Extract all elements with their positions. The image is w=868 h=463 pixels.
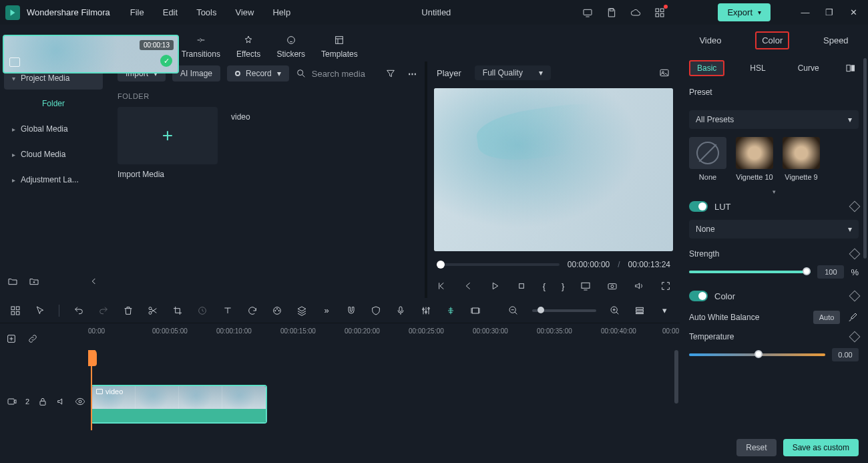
save-icon[interactable] (606, 7, 618, 19)
crop-icon[interactable] (172, 305, 184, 317)
zoom-slider[interactable] (532, 309, 596, 312)
play-icon[interactable] (489, 280, 500, 292)
export-button[interactable]: Export ▾ (718, 3, 771, 21)
import-media-card[interactable]: + Import Media (118, 107, 218, 179)
subtab-curves[interactable]: Curve (791, 61, 826, 75)
screen-icon[interactable] (582, 7, 594, 19)
redo-icon[interactable] (97, 305, 109, 317)
auto-button[interactable]: Auto (813, 311, 840, 324)
camera-icon[interactable] (607, 280, 618, 292)
collapse-sidebar-icon[interactable] (88, 275, 100, 287)
window-minimize[interactable]: — (796, 7, 815, 17)
panel-scrollbar[interactable] (863, 58, 867, 259)
temperature-value[interactable]: 0.00 (832, 348, 859, 361)
speed-icon[interactable] (197, 305, 208, 317)
trash-icon[interactable] (122, 305, 134, 317)
strength-slider[interactable] (689, 271, 811, 273)
keyframe-icon[interactable] (849, 201, 861, 212)
text-icon[interactable] (222, 305, 233, 317)
prev-frame-icon[interactable] (436, 280, 447, 292)
more-arrow-icon[interactable]: » (320, 305, 332, 317)
lock-icon[interactable] (37, 396, 48, 408)
temperature-slider[interactable] (689, 353, 825, 356)
color-icon[interactable] (271, 305, 282, 317)
save-custom-button[interactable]: Save as custom (783, 439, 859, 456)
video-track-icon[interactable] (7, 396, 17, 408)
view-mode-icon[interactable] (634, 305, 646, 317)
lut-toggle[interactable] (689, 201, 708, 212)
search-input[interactable]: Search media (296, 68, 378, 79)
apps-icon[interactable] (654, 7, 666, 19)
tab-templates[interactable]: Templates (321, 33, 358, 59)
timeline-tracks[interactable]: video (88, 350, 680, 430)
window-maximize[interactable]: ❐ (820, 7, 839, 17)
preview-viewport[interactable] (434, 88, 673, 251)
fullscreen-icon[interactable] (660, 280, 671, 292)
new-folder-icon[interactable] (7, 275, 19, 287)
tab-stickers[interactable]: Stickers (276, 33, 305, 59)
timeline-scrollbar[interactable] (674, 350, 678, 404)
subtab-basic[interactable]: Basic (689, 60, 724, 76)
shield-icon[interactable] (371, 305, 382, 317)
link-icon[interactable] (27, 333, 39, 345)
tv-icon[interactable] (580, 280, 591, 292)
layer-icon[interactable] (296, 305, 307, 317)
tab-video[interactable]: Video (694, 33, 726, 48)
preset-expand[interactable]: ▾ (680, 188, 868, 196)
lut-select[interactable]: None▾ (689, 220, 859, 239)
menu-view[interactable]: View (235, 7, 254, 17)
media-clip-card[interactable]: 00:00:13 ✓ video (231, 107, 331, 179)
sidebar-cloud-media[interactable]: ▸Cloud Media (4, 143, 103, 166)
undo-icon[interactable] (73, 305, 84, 317)
timeline-ruler[interactable]: 00:00 00:00:05:00 00:00:10:00 00:00:15:0… (88, 323, 680, 346)
tab-effects[interactable]: Effects (236, 33, 260, 59)
timeline-clip[interactable]: video (91, 385, 267, 424)
grid-icon[interactable] (9, 305, 21, 317)
sidebar-global-media[interactable]: ▸Global Media (4, 118, 103, 140)
rotate-icon[interactable] (246, 305, 258, 317)
playhead[interactable] (91, 350, 92, 430)
ai-image-button[interactable]: AI Image (172, 65, 220, 82)
mixer-icon[interactable] (420, 305, 431, 317)
volume-icon[interactable] (634, 280, 644, 292)
menu-help[interactable]: Help (272, 7, 290, 17)
tab-color[interactable]: Color (755, 31, 789, 49)
preset-vignette-10[interactable]: Vignette 10 (736, 137, 773, 181)
eyedropper-icon[interactable] (847, 311, 859, 323)
window-close[interactable]: ✕ (844, 7, 863, 17)
cloud-icon[interactable] (630, 7, 642, 19)
menu-tools[interactable]: Tools (196, 7, 216, 17)
track-add-icon[interactable] (5, 333, 17, 345)
compare-icon[interactable] (845, 62, 857, 74)
filter-icon[interactable] (385, 67, 397, 80)
preset-none[interactable]: None (689, 137, 726, 181)
more-icon[interactable]: ⋯ (406, 67, 418, 80)
mark-in-icon[interactable]: { (543, 280, 546, 292)
mark-out-icon[interactable]: } (562, 280, 564, 292)
tab-transitions[interactable]: Transitions (182, 33, 220, 59)
new-folder-plus-icon[interactable] (28, 275, 40, 287)
quality-select[interactable]: Full Quality▾ (475, 65, 551, 80)
frame-icon[interactable] (469, 305, 481, 317)
scrubber[interactable] (437, 263, 560, 266)
subtab-hsl[interactable]: HSL (743, 61, 772, 75)
magnet-icon[interactable] (346, 305, 357, 317)
sidebar-adjustment-layer[interactable]: ▸Adjustment La... (4, 168, 103, 191)
sidebar-folder[interactable]: Folder (4, 92, 103, 115)
step-back-icon[interactable] (463, 280, 473, 292)
chevron-down-icon[interactable]: ▾ (659, 305, 670, 317)
keyframe-icon[interactable] (849, 249, 861, 260)
cursor-icon[interactable] (34, 305, 45, 317)
keyframe-icon[interactable] (849, 291, 861, 302)
marker-icon[interactable] (445, 305, 456, 317)
reset-button[interactable]: Reset (736, 439, 776, 456)
menu-edit[interactable]: Edit (163, 7, 178, 17)
strength-value[interactable]: 100 (817, 265, 844, 279)
color-toggle[interactable] (689, 291, 708, 301)
tab-speed[interactable]: Speed (818, 33, 854, 48)
scissors-icon[interactable] (148, 305, 159, 317)
zoom-out-icon[interactable] (507, 305, 519, 317)
mute-icon[interactable] (56, 396, 67, 408)
stop-icon[interactable] (516, 280, 527, 292)
preset-select[interactable]: All Presets▾ (689, 110, 859, 129)
